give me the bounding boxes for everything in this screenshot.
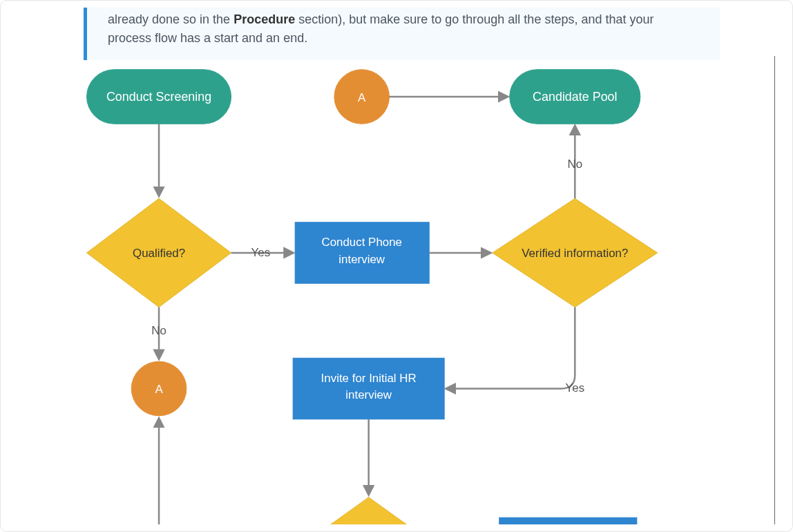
- node-decision-partial-bottom[interactable]: [293, 497, 444, 524]
- node-connector-a-top[interactable]: A: [334, 70, 390, 124]
- node-candidate-pool-label: Candidate Pool: [533, 90, 617, 104]
- node-verified-info-decision[interactable]: Verified information?: [493, 198, 658, 307]
- node-qualified-label: Qualified?: [133, 247, 185, 260]
- node-conduct-screening-label: Conduct Screening: [106, 90, 211, 104]
- node-connector-a-mid-label: A: [155, 383, 163, 396]
- node-invite-hr-line2: interview: [345, 388, 392, 401]
- page: already done so in the Procedure section…: [0, 0, 793, 532]
- edge-verified-yes: [446, 307, 575, 389]
- edge-qualified-yes-label: Yes: [251, 246, 271, 259]
- note-text-bold: Procedure: [233, 12, 295, 26]
- node-qualified-decision[interactable]: Qualified?: [87, 198, 231, 307]
- node-connector-a-top-label: A: [358, 91, 366, 104]
- svg-marker-8: [293, 497, 444, 524]
- node-conduct-screening[interactable]: Conduct Screening: [87, 70, 231, 124]
- flowchart-svg: Conduct Screening A Candidate Pool Quali…: [18, 56, 774, 524]
- node-conduct-phone-interview-line2: interview: [338, 253, 385, 266]
- note-text-pre: already done so in the: [108, 12, 233, 26]
- edge-verified-yes-label: Yes: [566, 381, 585, 395]
- node-invite-hr-interview[interactable]: Invite for Initial HR interview: [293, 358, 444, 419]
- flowchart-canvas: Conduct Screening A Candidate Pool Quali…: [18, 56, 775, 524]
- node-conduct-phone-interview-line1: Conduct Phone: [321, 236, 402, 249]
- node-invite-hr-line1: Invite for Initial HR: [321, 372, 417, 385]
- edge-qualified-no-label: No: [151, 324, 166, 337]
- node-conduct-phone-interview[interactable]: Conduct Phone interview: [295, 222, 429, 283]
- instruction-note: already done so in the Procedure section…: [84, 8, 720, 60]
- edge-verified-no-label: No: [568, 158, 583, 171]
- node-candidate-pool[interactable]: Candidate Pool: [510, 70, 640, 124]
- node-verified-info-label: Verified information?: [522, 247, 628, 260]
- node-process-partial-bottom-right[interactable]: [499, 517, 637, 524]
- svg-rect-9: [499, 517, 637, 524]
- node-connector-a-mid[interactable]: A: [131, 361, 187, 416]
